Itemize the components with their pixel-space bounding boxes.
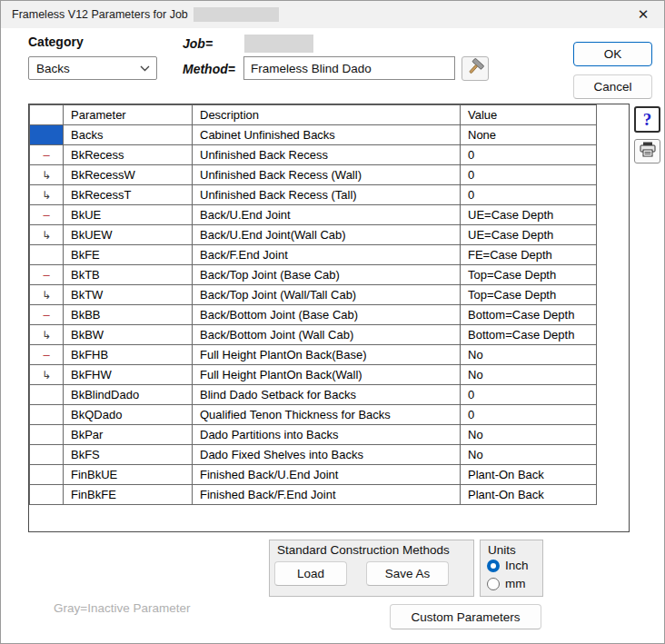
table-row[interactable]: BkBlindDadoBlind Dado Setback for Backs0: [30, 385, 597, 405]
cell-value[interactable]: No: [461, 425, 597, 445]
cell-description[interactable]: Dado Fixed Shelves into Backs: [193, 445, 461, 465]
load-button[interactable]: Load: [274, 561, 347, 586]
print-button[interactable]: [634, 139, 660, 163]
row-selector-cell[interactable]: ↳: [30, 185, 64, 205]
table-row[interactable]: –BkRecessUnfinished Back Recess0: [30, 145, 597, 165]
cell-parameter[interactable]: FinBkFE: [64, 485, 193, 505]
cell-parameter[interactable]: BkBW: [64, 325, 193, 345]
cell-value[interactable]: 0: [461, 145, 597, 165]
row-selector-cell-selected[interactable]: [30, 125, 64, 145]
cell-parameter[interactable]: BkFHW: [64, 365, 193, 385]
cell-value[interactable]: No: [461, 345, 597, 365]
cell-description[interactable]: Back/Bottom Joint (Base Cab): [193, 305, 461, 325]
row-selector-cell[interactable]: –: [30, 205, 64, 225]
cell-parameter[interactable]: BkRecessW: [64, 165, 193, 185]
row-selector-cell[interactable]: [30, 485, 64, 505]
cell-parameter[interactable]: BkUE: [64, 205, 193, 225]
cell-description[interactable]: Back/U.End Joint: [193, 205, 461, 225]
close-button[interactable]: ✕: [622, 1, 664, 28]
cell-description[interactable]: Dado Partitions into Backs: [193, 425, 461, 445]
cell-description[interactable]: Finished Back/U.End Joint: [193, 465, 461, 485]
cell-description[interactable]: Unfinished Back Recess (Wall): [193, 165, 461, 185]
cell-value[interactable]: 0: [461, 165, 597, 185]
category-select[interactable]: Backs: [28, 56, 157, 80]
cell-value[interactable]: 0: [461, 405, 597, 425]
table-row[interactable]: ↳BkBWBack/Bottom Joint (Wall Cab)Bottom=…: [30, 325, 597, 345]
cell-description[interactable]: Cabinet Unfinished Backs: [193, 125, 461, 145]
radio-mm-circle[interactable]: [487, 578, 500, 590]
cell-value[interactable]: No: [461, 365, 597, 385]
radio-inch-circle[interactable]: [487, 560, 500, 572]
table-row[interactable]: ↳BkTWBack/Top Joint (Wall/Tall Cab)Top=C…: [30, 285, 597, 305]
cell-description[interactable]: Back/F.End Joint: [193, 245, 461, 265]
cell-description[interactable]: Finished Back/F.End Joint: [193, 485, 461, 505]
cell-parameter[interactable]: FinBkUE: [64, 465, 193, 485]
help-button[interactable]: ?: [634, 106, 660, 133]
cell-parameter[interactable]: BkPar: [64, 425, 193, 445]
cell-value[interactable]: Top=Case Depth: [461, 285, 597, 305]
row-selector-cell[interactable]: ↳: [30, 325, 64, 345]
table-row[interactable]: BkParDado Partitions into BacksNo: [30, 425, 597, 445]
cell-description[interactable]: Back/U.End Joint(Wall Cab): [193, 225, 461, 245]
cell-value[interactable]: UE=Case Depth: [461, 205, 597, 225]
cell-parameter[interactable]: BkUEW: [64, 225, 193, 245]
cell-parameter[interactable]: BkFS: [64, 445, 193, 465]
custom-parameters-button[interactable]: Custom Parameters: [390, 604, 541, 629]
ok-button[interactable]: OK: [573, 42, 652, 66]
cell-value[interactable]: No: [461, 445, 597, 465]
table-row[interactable]: –BkFHBFull Height PlantOn Back(Base)No: [30, 345, 597, 365]
cell-value[interactable]: 0: [461, 185, 597, 205]
method-tool-button[interactable]: [462, 56, 489, 81]
row-selector-cell[interactable]: [30, 405, 64, 425]
table-row[interactable]: BkQDadoQualified Tenon Thickness for Bac…: [30, 405, 597, 425]
cell-parameter[interactable]: BkFHB: [64, 345, 193, 365]
table-row[interactable]: FinBkFEFinished Back/F.End JointPlant-On…: [30, 485, 597, 505]
cell-description[interactable]: Qualified Tenon Thickness for Backs: [193, 405, 461, 425]
cell-parameter[interactable]: BkRecess: [64, 145, 193, 165]
row-selector-cell[interactable]: ↳: [30, 165, 64, 185]
row-selector-cell[interactable]: –: [30, 265, 64, 285]
cell-parameter[interactable]: BkQDado: [64, 405, 193, 425]
row-selector-cell[interactable]: [30, 245, 64, 265]
cell-value[interactable]: Bottom=Case Depth: [461, 305, 597, 325]
row-selector-cell[interactable]: –: [30, 305, 64, 325]
cell-parameter[interactable]: BkTB: [64, 265, 193, 285]
table-row[interactable]: –BkTBBack/Top Joint (Base Cab)Top=Case D…: [30, 265, 597, 285]
save-as-button[interactable]: Save As: [366, 561, 449, 586]
table-row[interactable]: –BkBBBack/Bottom Joint (Base Cab)Bottom=…: [30, 305, 597, 325]
row-selector-cell[interactable]: [30, 465, 64, 485]
table-row[interactable]: BkFEBack/F.End JointFE=Case Depth: [30, 245, 597, 265]
row-selector-cell[interactable]: [30, 445, 64, 465]
table-row[interactable]: BacksCabinet Unfinished BacksNone: [30, 125, 597, 145]
table-row[interactable]: FinBkUEFinished Back/U.End JointPlant-On…: [30, 465, 597, 485]
radio-inch[interactable]: Inch: [487, 559, 529, 572]
cell-value[interactable]: None: [461, 125, 597, 145]
cell-parameter[interactable]: Backs: [64, 125, 193, 145]
row-selector-cell[interactable]: ↳: [30, 365, 64, 385]
cell-value[interactable]: Top=Case Depth: [461, 265, 597, 285]
cell-value[interactable]: Plant-On Back: [461, 485, 597, 505]
row-selector-cell[interactable]: –: [30, 145, 64, 165]
cell-value[interactable]: Bottom=Case Depth: [461, 325, 597, 345]
cell-description[interactable]: Unfinished Back Recess: [193, 145, 461, 165]
cell-description[interactable]: Blind Dado Setback for Backs: [193, 385, 461, 405]
cell-description[interactable]: Full Height PlantOn Back(Base): [193, 345, 461, 365]
row-selector-cell[interactable]: [30, 385, 64, 405]
row-selector-cell[interactable]: [30, 425, 64, 445]
row-selector-cell[interactable]: –: [30, 345, 64, 365]
cell-description[interactable]: Full Height PlantOn Back(Wall): [193, 365, 461, 385]
cancel-button[interactable]: Cancel: [573, 74, 652, 99]
row-selector-cell[interactable]: ↳: [30, 225, 64, 245]
table-row[interactable]: –BkUEBack/U.End JointUE=Case Depth: [30, 205, 597, 225]
cell-parameter[interactable]: BkFE: [64, 245, 193, 265]
table-row[interactable]: ↳BkRecessTUnfinished Back Recess (Tall)0: [30, 185, 597, 205]
cell-parameter[interactable]: BkTW: [64, 285, 193, 305]
method-input[interactable]: [243, 56, 455, 80]
cell-value[interactable]: 0: [461, 385, 597, 405]
table-row[interactable]: ↳BkRecessWUnfinished Back Recess (Wall)0: [30, 165, 597, 185]
cell-parameter[interactable]: BkRecessT: [64, 185, 193, 205]
cell-value[interactable]: FE=Case Depth: [461, 245, 597, 265]
cell-description[interactable]: Back/Top Joint (Base Cab): [193, 265, 461, 285]
table-row[interactable]: BkFSDado Fixed Shelves into BacksNo: [30, 445, 597, 465]
table-row[interactable]: ↳BkFHWFull Height PlantOn Back(Wall)No: [30, 365, 597, 385]
